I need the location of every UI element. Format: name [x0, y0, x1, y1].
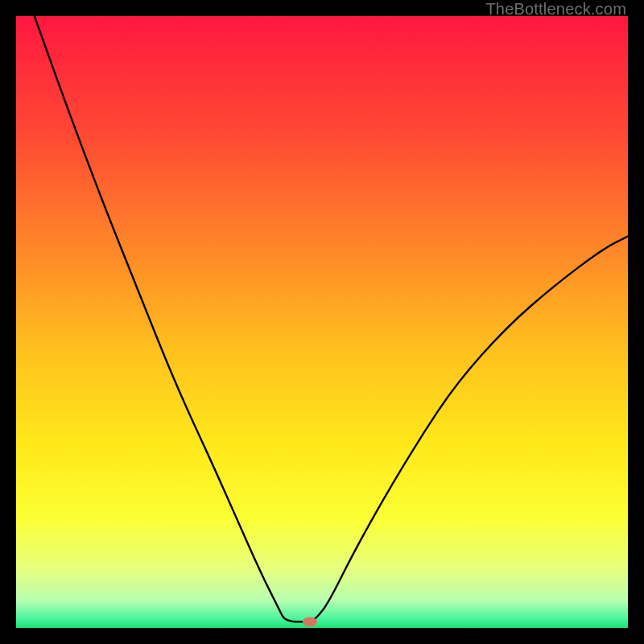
bottleneck-chart: [16, 16, 628, 628]
gradient-background: [16, 16, 628, 628]
optimum-marker: [303, 617, 317, 626]
chart-frame: [16, 16, 628, 628]
watermark-label: TheBottleneck.com: [485, 0, 626, 19]
